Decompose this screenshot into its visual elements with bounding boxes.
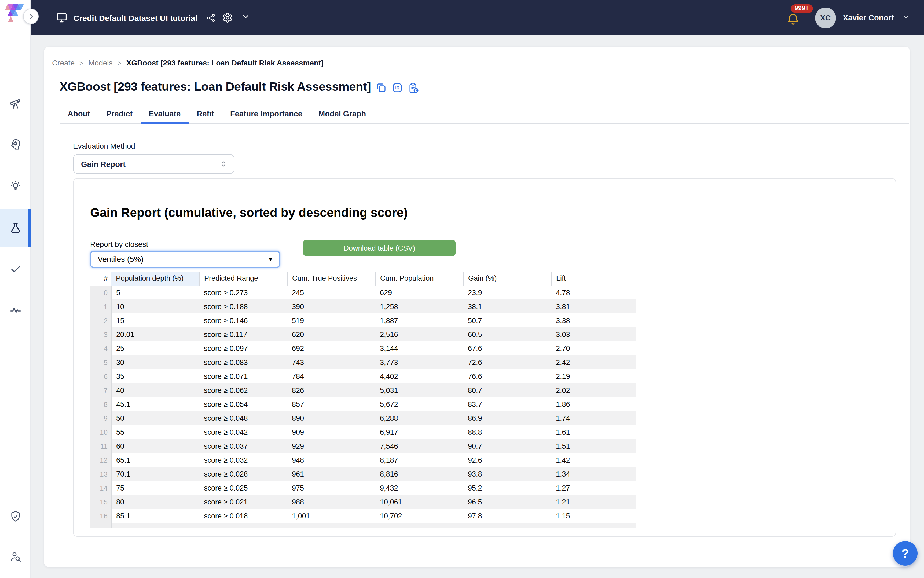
table-cell: 10,061 [375, 495, 463, 509]
sidebar-item-governance[interactable] [0, 501, 31, 532]
table-cell: 975 [287, 481, 375, 495]
table-cell [111, 523, 199, 528]
tab-predict[interactable]: Predict [98, 105, 141, 123]
sidebar-expand-button[interactable] [23, 8, 39, 24]
table-cell: score ≥ 0.054 [199, 397, 287, 411]
check-icon [9, 263, 22, 275]
table-cell [551, 523, 636, 528]
breadcrumb-item[interactable]: Create [52, 58, 75, 67]
table-cell [375, 523, 463, 528]
project-title[interactable]: Credit Default Dataset UI tutorial [73, 13, 198, 22]
row-index: 8 [90, 397, 111, 411]
table-cell: 2,516 [375, 327, 463, 341]
table-row: 425score ≥ 0.0976923,14467.62.70 [90, 341, 636, 355]
table-cell: 245 [287, 286, 375, 299]
clipboard-clock-icon[interactable] [408, 82, 420, 94]
column-header[interactable]: Predicted Range [199, 271, 287, 286]
column-header[interactable]: Lift [551, 271, 636, 286]
gain-table: #Population depth (%)Predicted RangeCum.… [90, 271, 636, 528]
avatar[interactable]: XC [815, 7, 836, 28]
main-panel: Create>Models>XGBoost [293 features: Loa… [44, 47, 910, 567]
report-by-select[interactable]: Ventiles (5%) ▼ [90, 251, 280, 268]
table-cell: score ≥ 0.273 [199, 286, 287, 299]
table-cell: score ≥ 0.146 [199, 313, 287, 327]
table-cell [463, 523, 551, 528]
table-cell: 55 [111, 425, 199, 439]
tab-refit[interactable]: Refit [189, 105, 222, 123]
table-cell: 3,144 [375, 341, 463, 355]
table-cell: 86.9 [463, 411, 551, 425]
table-cell: 76.6 [463, 369, 551, 383]
table-cell: 20.01 [111, 327, 199, 341]
sidebar-item-experiments[interactable] [0, 209, 31, 247]
breadcrumb: Create>Models>XGBoost [293 features: Loa… [52, 58, 324, 67]
table-cell: 629 [375, 286, 463, 299]
breadcrumb-separator: > [79, 59, 83, 67]
row-index: 7 [90, 383, 111, 397]
table-cell: 75 [111, 481, 199, 495]
column-header[interactable]: Population depth (%) [111, 271, 199, 286]
table-cell: 4,402 [375, 369, 463, 383]
table-cell: 85.1 [111, 509, 199, 523]
table-cell: 6,288 [375, 411, 463, 425]
table-cell: 1.51 [551, 439, 636, 453]
row-index: 4 [90, 341, 111, 355]
row-index: 15 [90, 495, 111, 509]
table-cell: 97.8 [463, 509, 551, 523]
sidebar-item-audit[interactable] [0, 541, 31, 572]
help-button[interactable]: ? [893, 541, 918, 566]
table-cell: score ≥ 0.071 [199, 369, 287, 383]
tab-bar: AboutPredictEvaluateRefitFeature Importa… [60, 105, 909, 124]
sidebar-item-explore[interactable] [0, 88, 31, 119]
table-cell: 60.5 [463, 327, 551, 341]
table-cell: 3.81 [551, 299, 636, 313]
sidebar-item-train[interactable] [0, 129, 31, 160]
project-menu-chevron-icon[interactable] [242, 12, 250, 23]
column-header[interactable]: Gain (%) [463, 271, 551, 286]
tab-about[interactable]: About [60, 105, 98, 123]
tab-model-graph[interactable]: Model Graph [310, 105, 374, 123]
table-cell: 40 [111, 383, 199, 397]
table-cell: 3.03 [551, 327, 636, 341]
tab-evaluate[interactable]: Evaluate [141, 105, 189, 123]
gear-icon[interactable] [222, 12, 233, 23]
shield-check-icon [9, 510, 22, 523]
app-logo [4, 3, 26, 25]
column-header[interactable]: Cum. True Positives [287, 271, 375, 286]
share-icon[interactable] [206, 13, 216, 23]
table-row: 950score ≥ 0.0488906,28886.91.74 [90, 411, 636, 425]
sidebar-item-insights[interactable] [0, 170, 31, 201]
id-badge-icon[interactable]: ID [392, 82, 403, 93]
evaluation-method-select[interactable]: Gain Report [73, 154, 235, 174]
table-cell: 60 [111, 439, 199, 453]
tab-feature-importance[interactable]: Feature Importance [222, 105, 310, 123]
gain-table-header: #Population depth (%)Predicted RangeCum.… [90, 271, 636, 286]
table-cell: 948 [287, 453, 375, 467]
table-cell: 88.8 [463, 425, 551, 439]
table-row: 320.01score ≥ 0.1176202,51660.53.03 [90, 327, 636, 341]
table-cell: 5 [111, 286, 199, 299]
table-cell: 50 [111, 411, 199, 425]
user-menu-chevron-icon[interactable] [902, 13, 910, 23]
table-cell: 2.70 [551, 341, 636, 355]
report-by-label: Report by closest [90, 240, 879, 248]
row-index: 5 [90, 355, 111, 369]
table-cell: 10 [111, 299, 199, 313]
table-cell: 8,816 [375, 467, 463, 481]
notifications-button[interactable]: 999+ [786, 8, 804, 27]
column-header[interactable]: Cum. Population [375, 271, 463, 286]
table-cell: score ≥ 0.048 [199, 411, 287, 425]
table-cell: 826 [287, 383, 375, 397]
table-cell: 1.34 [551, 467, 636, 481]
table-cell: 80 [111, 495, 199, 509]
download-csv-button[interactable]: Download table (CSV) [303, 240, 456, 256]
user-name[interactable]: Xavier Conort [843, 13, 894, 22]
table-cell: 25 [111, 341, 199, 355]
breadcrumb-item[interactable]: Models [88, 58, 112, 67]
column-header[interactable]: # [90, 271, 111, 286]
table-cell: 3,773 [375, 355, 463, 369]
copy-icon[interactable] [376, 82, 387, 93]
breadcrumb-item: XGBoost [293 features: Loan Default Risk… [126, 58, 324, 67]
sidebar-item-monitor[interactable] [0, 295, 31, 326]
sidebar-item-validate[interactable] [0, 253, 31, 284]
